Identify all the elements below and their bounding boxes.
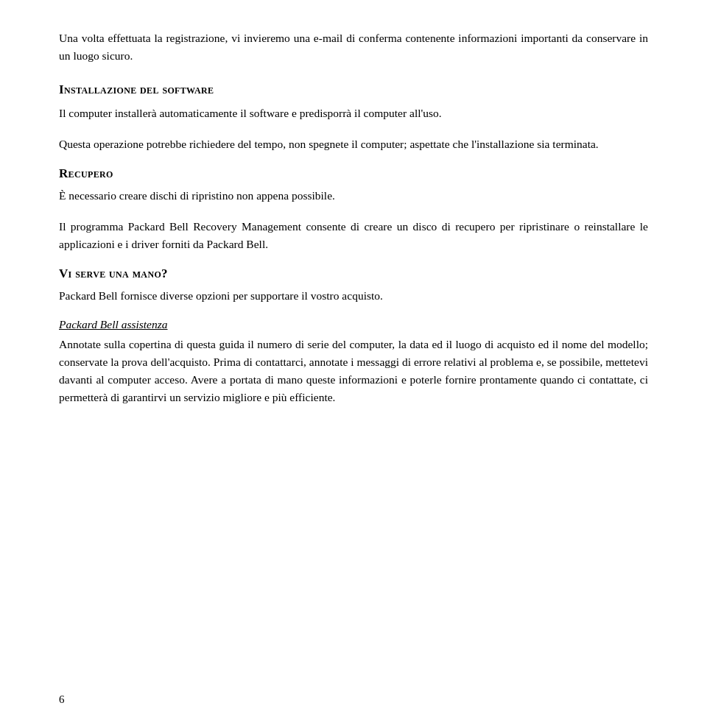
recupero-paragraph1: È necessario creare dischi di ripristino… [59, 187, 648, 205]
vi-serve-heading: Vi serve una mano? [59, 266, 648, 281]
packard-bell-assistenza-link[interactable]: Packard Bell assistenza [59, 318, 648, 331]
vi-serve-section: Vi serve una mano? Packard Bell fornisce… [59, 266, 648, 406]
intro-paragraph: Una volta effettuata la registrazione, v… [59, 29, 648, 65]
vi-serve-paragraph1: Packard Bell fornisce diverse opzioni pe… [59, 287, 648, 305]
installazione-heading: Installazione del software [59, 81, 648, 99]
recupero-paragraph2: Il programma Packard Bell Recovery Manag… [59, 218, 648, 253]
installazione-paragraph2: Questa operazione potrebbe richiedere de… [59, 135, 648, 153]
recupero-heading: Recupero [59, 166, 648, 181]
vi-serve-paragraph2: Annotate sulla copertina di questa guida… [59, 336, 648, 406]
installazione-section: Installazione del software Il computer i… [59, 81, 648, 153]
recupero-section: Recupero È necessario creare dischi di r… [59, 166, 648, 253]
page-number: 6 [59, 693, 65, 706]
installazione-paragraph1: Il computer installerà automaticamente i… [59, 105, 648, 122]
page-container: Una volta effettuata la registrazione, v… [0, 0, 707, 728]
